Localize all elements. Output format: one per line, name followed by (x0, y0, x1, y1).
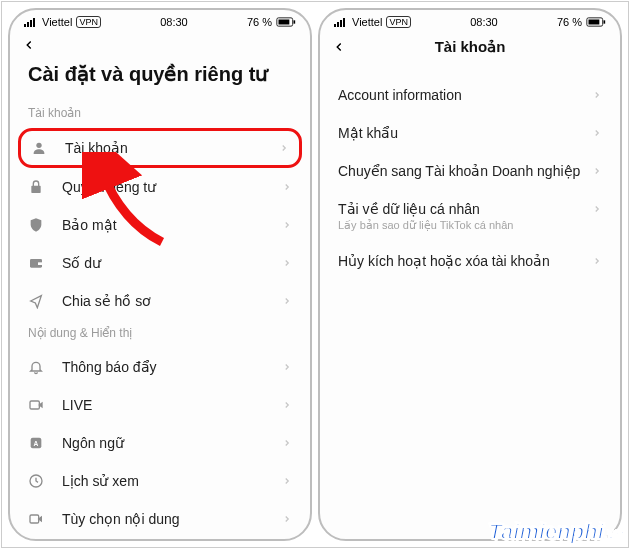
row-live[interactable]: LIVE (10, 386, 310, 424)
battery-label: 76 % (557, 16, 582, 28)
row-label: Tải về dữ liệu cá nhân (338, 201, 592, 217)
svg-rect-15 (334, 24, 336, 27)
vpn-badge: VPN (76, 16, 101, 28)
page-title: Cài đặt và quyền riêng tư (10, 56, 310, 100)
row-label: LIVE (62, 397, 282, 413)
svg-rect-3 (33, 18, 35, 27)
battery-label: 76 % (247, 16, 272, 28)
signal-icon (334, 17, 348, 27)
header: Tài khoản (320, 30, 620, 60)
chevron-right-icon (282, 362, 292, 372)
svg-rect-5 (294, 20, 296, 23)
row-label: Chia sẻ hồ sơ (62, 293, 282, 309)
wallet-icon (28, 255, 48, 271)
time-label: 08:30 (160, 16, 188, 28)
row-label: Tùy chọn nội dung (62, 511, 282, 527)
row-label: Tài khoản (65, 140, 279, 156)
person-icon (31, 140, 51, 156)
svg-rect-14 (30, 515, 39, 523)
chevron-right-icon (282, 258, 292, 268)
row-label: Chuyển sang Tài khoản Doanh nghiệp (338, 163, 592, 179)
row-label: Ngôn ngữ (62, 435, 282, 451)
svg-rect-20 (604, 20, 606, 23)
row-label: Bảo mật (62, 217, 282, 233)
clock-icon (28, 473, 48, 489)
chevron-right-icon (282, 438, 292, 448)
section-content-label: Nội dung & Hiển thị (10, 320, 310, 348)
row-account-info[interactable]: Account information (320, 76, 620, 114)
chevron-right-icon (282, 220, 292, 230)
header (10, 30, 310, 56)
row-history[interactable]: Lịch sử xem (10, 462, 310, 500)
row-security[interactable]: Bảo mật (10, 206, 310, 244)
svg-rect-17 (340, 20, 342, 27)
row-balance[interactable]: Số dư (10, 244, 310, 282)
back-button[interactable] (22, 38, 44, 52)
svg-rect-9 (38, 262, 42, 265)
header-title: Tài khoản (332, 38, 608, 56)
live-icon (28, 397, 48, 413)
row-download-sub: Lấy bản sao dữ liệu TikTok cá nhân (320, 219, 620, 242)
chevron-right-icon (592, 256, 602, 266)
chevron-right-icon (279, 143, 289, 153)
row-label: Quyền riêng tư (62, 179, 282, 195)
chevron-right-icon (592, 166, 602, 176)
phone-right: Viettel VPN 08:30 76 % Tài khoản Account… (318, 8, 622, 541)
row-business[interactable]: Chuyển sang Tài khoản Doanh nghiệp (320, 152, 620, 190)
shield-icon (28, 217, 48, 233)
row-label: Hủy kích hoạt hoặc xóa tài khoản (338, 253, 592, 269)
svg-rect-1 (27, 22, 29, 27)
watermark: Taimienphi.vn (488, 519, 624, 545)
row-password[interactable]: Mật khẩu (320, 114, 620, 152)
chevron-right-icon (282, 400, 292, 410)
chevron-right-icon (592, 204, 602, 214)
watermark-sub: .vn (604, 526, 624, 542)
chevron-right-icon (592, 128, 602, 138)
row-delete[interactable]: Hủy kích hoạt hoặc xóa tài khoản (320, 242, 620, 280)
row-label: Lịch sử xem (62, 473, 282, 489)
svg-rect-18 (343, 18, 345, 27)
language-icon: A (28, 435, 48, 451)
chevron-right-icon (282, 476, 292, 486)
row-label: Mật khẩu (338, 125, 592, 141)
video-icon (28, 511, 48, 527)
status-bar: Viettel VPN 08:30 76 % (320, 10, 620, 30)
row-download[interactable]: Tải về dữ liệu cá nhân (320, 190, 620, 219)
row-account[interactable]: Tài khoản (21, 131, 299, 165)
lock-icon (28, 179, 48, 195)
section-account-label: Tài khoản (10, 100, 310, 128)
chevron-right-icon (592, 90, 602, 100)
row-label: Thông báo đẩy (62, 359, 282, 375)
phone-left: Viettel VPN 08:30 76 % Cài đặt và quyền … (8, 8, 312, 541)
status-bar: Viettel VPN 08:30 76 % (10, 10, 310, 30)
row-language[interactable]: A Ngôn ngữ (10, 424, 310, 462)
battery-icon (276, 17, 296, 27)
svg-rect-16 (337, 22, 339, 27)
share-icon (28, 293, 48, 309)
chevron-right-icon (282, 182, 292, 192)
row-label: Số dư (62, 255, 282, 271)
row-content-pref[interactable]: Tùy chọn nội dung (10, 500, 310, 538)
watermark-main: Taimienphi (488, 519, 603, 544)
battery-icon (586, 17, 606, 27)
time-label: 08:30 (470, 16, 498, 28)
svg-rect-21 (589, 20, 600, 25)
carrier-label: Viettel (42, 16, 72, 28)
chevron-right-icon (282, 514, 292, 524)
svg-point-7 (36, 143, 41, 148)
svg-rect-0 (24, 24, 26, 27)
highlight-account: Tài khoản (18, 128, 302, 168)
row-share[interactable]: Chia sẻ hồ sơ (10, 282, 310, 320)
row-privacy[interactable]: Quyền riêng tư (10, 168, 310, 206)
row-label: Account information (338, 87, 592, 103)
svg-rect-2 (30, 20, 32, 27)
carrier-label: Viettel (352, 16, 382, 28)
row-push[interactable]: Thông báo đẩy (10, 348, 310, 386)
vpn-badge: VPN (386, 16, 411, 28)
svg-text:A: A (34, 440, 39, 447)
bell-icon (28, 359, 48, 375)
chevron-right-icon (282, 296, 292, 306)
svg-rect-6 (279, 20, 290, 25)
svg-rect-10 (30, 401, 39, 409)
signal-icon (24, 17, 38, 27)
